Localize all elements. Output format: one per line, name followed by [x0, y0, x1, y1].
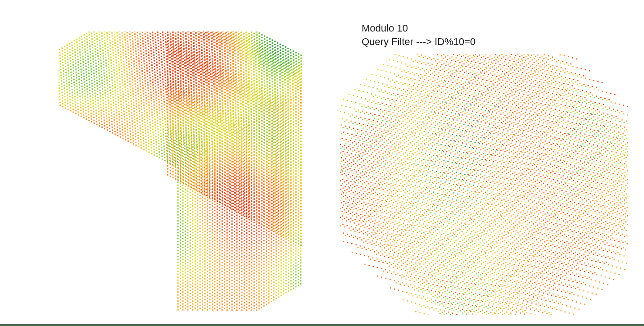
title-line-2: Query Filter ---> ID%10=0 [362, 35, 476, 49]
right-title: Modulo 10 Query Filter ---> ID%10=0 [362, 22, 476, 48]
dense-cube-canvas [59, 32, 302, 311]
left-panel [0, 0, 322, 326]
right-panel: Modulo 10 Query Filter ---> ID%10=0 [322, 0, 644, 326]
sparse-cube-canvas [340, 54, 628, 315]
bottom-bar [0, 324, 644, 326]
title-line-1: Modulo 10 [362, 22, 476, 35]
figure-container: Modulo 10 Query Filter ---> ID%10=0 [0, 0, 644, 326]
